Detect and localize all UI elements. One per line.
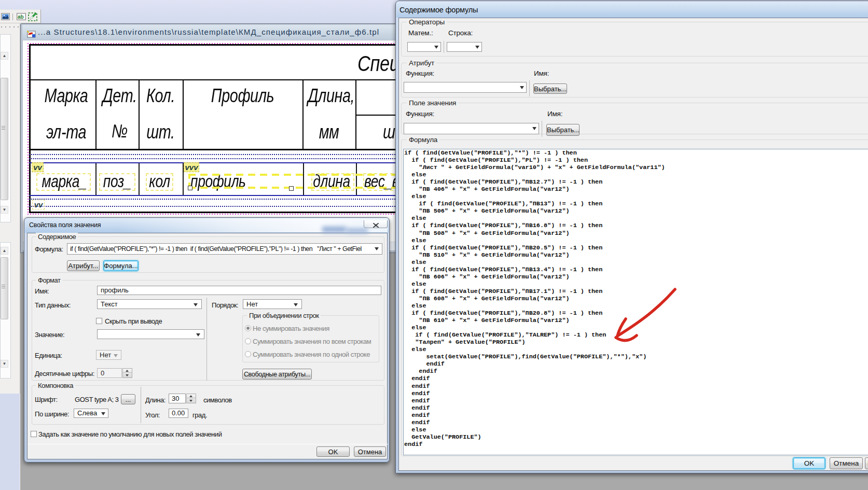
svg-text:ab: ab	[18, 14, 24, 20]
